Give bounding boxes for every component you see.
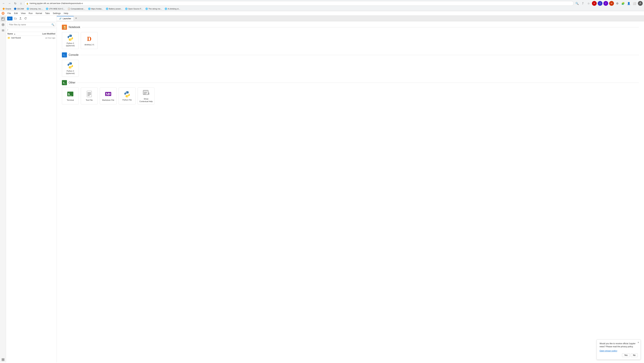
sidebar-commands-btn[interactable] xyxy=(0,28,6,33)
ext6-button[interactable]: 🧩 xyxy=(621,1,626,6)
ext2-button[interactable]: Z xyxy=(598,1,602,6)
new-file-button[interactable]: + + xyxy=(7,16,12,20)
profile-button[interactable]: A xyxy=(638,1,643,6)
ext7-button[interactable]: 👤 xyxy=(626,1,631,6)
sidebar-running-btn[interactable] xyxy=(0,22,6,28)
menu-settings[interactable]: Settings xyxy=(52,12,62,15)
window-button[interactable]: ⬜ xyxy=(632,1,637,6)
menu-help[interactable]: Help xyxy=(62,12,70,15)
python3-console-card[interactable]: Python 3 (ipykernel) xyxy=(62,60,79,77)
home-button[interactable]: ⌂ xyxy=(18,1,23,6)
bookmark-unicomp[interactable]: 🌐 Unicomp, Inc.... xyxy=(26,7,44,10)
sidebar-extensions-btn[interactable] xyxy=(0,357,6,362)
ext3-button[interactable]: Z xyxy=(604,1,608,6)
svg-point-7 xyxy=(2,24,4,25)
lock-icon: 🔒 xyxy=(26,2,28,4)
menu-tabs[interactable]: Tabs xyxy=(44,12,51,15)
upload-folder-btn[interactable] xyxy=(13,16,18,20)
markdown-file-icon: M xyxy=(105,90,112,98)
notification-close-button[interactable]: × xyxy=(638,341,639,344)
bookmark-button[interactable]: ☆ xyxy=(586,1,591,6)
upload-files-btn[interactable] xyxy=(18,16,23,20)
back-button[interactable]: ← xyxy=(1,1,6,6)
contextual-help-card[interactable]: Show Contextual Help xyxy=(138,88,154,104)
tab-label: Launcher xyxy=(63,18,71,20)
tab-launcher[interactable]: 🔗 Launcher xyxy=(57,16,74,21)
menu-bar: File Edit View Run Kernel Tabs Settings … xyxy=(0,11,644,16)
zoom-button[interactable]: 🔍 xyxy=(575,1,580,6)
svg-rect-26 xyxy=(143,90,148,91)
notification-privacy-link[interactable]: Open privacy policy xyxy=(600,350,617,352)
file-panel-toolbar: + + xyxy=(6,16,56,22)
svg-rect-12 xyxy=(3,358,4,360)
bookmark-opensource[interactable]: 🌐 Open Source F... xyxy=(124,7,144,10)
terminal-card[interactable]: $_ Terminal xyxy=(62,88,79,104)
breadcrumb: / xyxy=(6,28,56,32)
bookmark-oracle[interactable]: 🔶 Oracle xyxy=(1,7,12,10)
terminal-label: Terminal xyxy=(67,99,74,101)
contextual-help-label: Show Contextual Help xyxy=(139,98,153,102)
sidebar-icons xyxy=(0,16,6,362)
other-section-title: Other xyxy=(69,81,76,84)
file-item[interactable]: 📁 lost+found an hour ago xyxy=(6,36,56,40)
ext1-button[interactable]: H xyxy=(592,1,597,6)
svg-rect-14 xyxy=(3,360,4,361)
notification-no-button[interactable]: No xyxy=(631,353,638,357)
other-card-grid: $_ Terminal xyxy=(62,88,639,104)
python3-notebook-card[interactable]: Python 3 (ipykernel) xyxy=(62,32,79,49)
browser-toolbar: ← → ↻ ⌂ 🔒 training.jupyter.stfc.ac.uk/us… xyxy=(0,0,644,7)
date-column-header[interactable]: Last Modified xyxy=(37,32,55,35)
menu-edit[interactable]: Edit xyxy=(13,12,19,15)
ext5-button[interactable]: ⚙ xyxy=(615,1,620,6)
svg-rect-27 xyxy=(149,92,149,95)
search-input[interactable] xyxy=(8,22,55,27)
bookmark-visba[interactable]: 🌐 https://visba... xyxy=(87,7,104,10)
url-text: training.jupyter.stfc.ac.uk/user/ase-1/l… xyxy=(30,2,83,4)
menu-run[interactable]: Run xyxy=(27,12,34,15)
sidebar-files-btn[interactable] xyxy=(0,16,6,22)
bookmark-computational[interactable]: 📋 Computational.... xyxy=(66,7,86,10)
content-area: 🔗 Launcher + 📔 Notebook xyxy=(57,16,644,362)
launcher: 📔 Notebook Python 3 (ipykernel) xyxy=(57,21,644,362)
bookmark-climbing[interactable]: 🌐 A climbing st... xyxy=(164,7,181,10)
bookmark-utk[interactable]: 🌐 UTK MSE 614 C... xyxy=(45,7,66,10)
reload-button[interactable]: ↻ xyxy=(13,1,18,6)
name-column-header[interactable]: Name ▲ xyxy=(8,32,37,35)
notification-popup: × Would you like to receive official Jup… xyxy=(597,340,640,360)
svg-rect-13 xyxy=(2,360,3,361)
search-submit-btn[interactable]: 🔍 xyxy=(52,23,54,26)
file-panel: + + 🔍 / xyxy=(6,16,57,362)
markdown-file-card[interactable]: M Markdown File xyxy=(100,88,117,104)
forward-button[interactable]: → xyxy=(7,1,12,6)
desktop-notebook-card[interactable]: D desktop [↗] xyxy=(81,32,98,49)
new-icon: + xyxy=(9,17,10,20)
console-section-icon: >_ xyxy=(62,52,67,58)
menu-view[interactable]: View xyxy=(20,12,27,15)
menu-kernel[interactable]: Kernel xyxy=(34,12,44,15)
python3-console-label: Python 3 (ipykernel) xyxy=(64,70,77,75)
other-section-header: $_ Other xyxy=(62,80,639,85)
notification-yes-button[interactable]: Yes xyxy=(622,353,630,357)
refresh-btn[interactable] xyxy=(23,16,28,20)
desktop-notebook-label: desktop [↗] xyxy=(84,44,94,46)
python-file-card[interactable]: Python File xyxy=(119,88,136,104)
address-bar[interactable]: 🔒 training.jupyter.stfc.ac.uk/user/ase-1… xyxy=(24,1,574,6)
notebook-section-title: Notebook xyxy=(69,26,80,29)
new-tab-button[interactable]: + xyxy=(74,16,78,21)
ext4-button[interactable]: W xyxy=(609,1,614,6)
bookmark-cecam[interactable]: 🔵 CECAM xyxy=(13,7,25,10)
bookmark-string[interactable]: 🌐 The string me... xyxy=(144,7,163,10)
console-section-header: >_ Console xyxy=(62,52,639,58)
main-area: + + 🔍 / xyxy=(0,16,644,362)
share-button[interactable]: ⤴ xyxy=(580,1,585,6)
notebook-section-icon: 📔 xyxy=(62,25,67,30)
menu-file[interactable]: File xyxy=(6,12,12,15)
folder-icon: 📁 xyxy=(8,36,10,39)
svg-text:$_: $_ xyxy=(68,92,72,96)
text-file-card[interactable]: Text File xyxy=(81,88,98,104)
bookmark-battery[interactable]: 🌐 Battery power... xyxy=(105,7,124,10)
notebook-card-grid: Python 3 (ipykernel) D desktop [↗] xyxy=(62,32,639,49)
file-name: lost+found xyxy=(11,37,36,39)
console-section-title: Console xyxy=(69,54,78,56)
browser-chrome: ← → ↻ ⌂ 🔒 training.jupyter.stfc.ac.uk/us… xyxy=(0,0,644,11)
